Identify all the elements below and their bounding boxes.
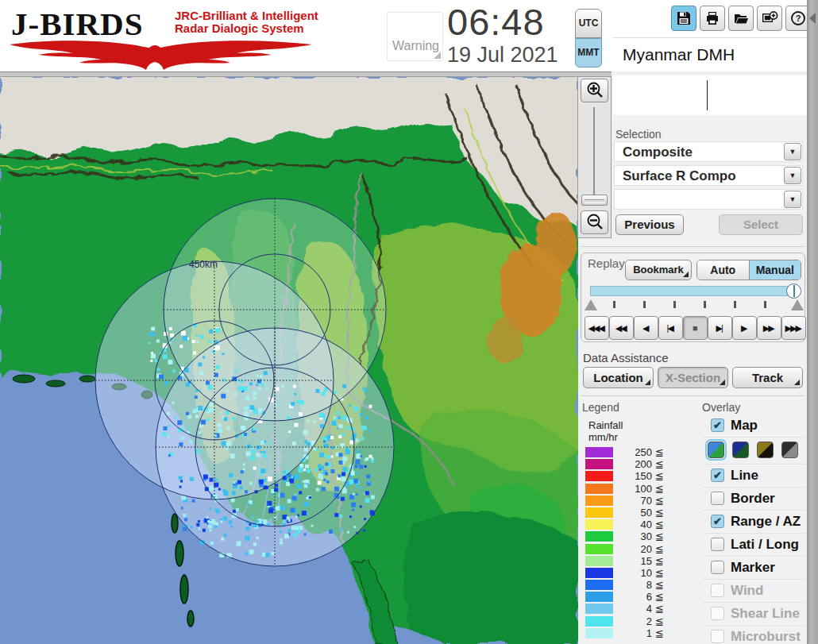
- clock-time: 06:48: [447, 0, 545, 44]
- lati-long-checkbox[interactable]: [711, 538, 724, 551]
- zoom-slider-handle[interactable]: [581, 195, 608, 206]
- time-slider-ticks: [585, 298, 804, 312]
- zoom-in-button[interactable]: [581, 79, 608, 102]
- overlay-item-label: Wind: [731, 583, 763, 599]
- step-back-button[interactable]: |◀: [658, 316, 683, 340]
- select-button[interactable]: Select: [719, 214, 803, 235]
- lte-symbol: ≦: [655, 627, 664, 639]
- overlay-row-border: Border: [702, 488, 805, 511]
- legend-swatch: [585, 568, 613, 578]
- control-panel: Selection Composite ▼ Surface R Compo ▼ …: [578, 71, 807, 644]
- product-dropdown-1-value: Composite: [623, 145, 693, 160]
- legend-label: Legend: [582, 401, 619, 414]
- overlay-row-shear-line: Shear Line: [702, 603, 805, 626]
- legend-value: 4: [615, 603, 652, 615]
- terrain-dark-swatch[interactable]: [732, 442, 749, 458]
- zoom-out-button[interactable]: [581, 210, 608, 234]
- zoom-slider-track[interactable]: [593, 107, 595, 195]
- timezone-utc-button[interactable]: UTC: [575, 9, 602, 38]
- terrain-color-swatch[interactable]: [708, 442, 724, 458]
- save-button[interactable]: [671, 6, 696, 31]
- lte-symbol: ≦: [655, 615, 664, 627]
- legend-scale: 250≦200≦150≦100≦70≦50≦40≦30≦20≦15≦10≦8≦6…: [585, 446, 689, 639]
- slider-tick: [643, 301, 646, 308]
- lte-symbol: ≦: [655, 483, 664, 495]
- legend-value: 30: [615, 530, 652, 542]
- chevron-down-icon[interactable]: ▼: [784, 191, 801, 208]
- warning-button[interactable]: Warning: [387, 12, 443, 61]
- legend-value: 2: [615, 615, 652, 627]
- data-assistance-buttons: LocationX-SectionTrack: [583, 367, 803, 388]
- chevron-down-icon[interactable]: ▼: [784, 167, 801, 184]
- terrain-gray-swatch[interactable]: [781, 442, 798, 458]
- slider-tick: [734, 301, 736, 308]
- selection-label: Selection: [615, 128, 662, 141]
- play-button[interactable]: ▶: [732, 316, 757, 340]
- legend-row: 150≦: [585, 470, 689, 482]
- time-slider[interactable]: [590, 286, 795, 296]
- button-label: X-Section: [666, 371, 720, 384]
- bookmark-button[interactable]: Bookmark: [625, 260, 692, 280]
- location-button[interactable]: Location: [583, 367, 654, 388]
- auto-button[interactable]: Auto: [697, 260, 749, 280]
- station-selector[interactable]: Myanmar DMH: [613, 37, 807, 71]
- panel-edge-bar[interactable]: [807, 0, 818, 644]
- radar-map[interactable]: 450km: [0, 77, 578, 644]
- timezone-mmt-button[interactable]: MMT: [575, 38, 602, 67]
- overlay-item-label: Marker: [731, 560, 775, 576]
- x-section-button[interactable]: X-Section: [658, 367, 728, 388]
- legend-swatch: [585, 616, 613, 627]
- jump-end-button[interactable]: ▶▶▶: [781, 316, 806, 340]
- divider: [581, 395, 804, 396]
- manual-button[interactable]: Manual: [749, 260, 801, 280]
- legend-value: 6: [615, 591, 652, 603]
- menu-fold: [720, 380, 725, 385]
- legend-swatch: [585, 519, 613, 530]
- previous-button[interactable]: Previous: [615, 214, 684, 235]
- add-image-button[interactable]: [757, 6, 782, 31]
- replay-label: Replay: [588, 256, 625, 270]
- marker-checkbox[interactable]: [711, 561, 724, 574]
- collapse-panel-icon[interactable]: [809, 13, 816, 24]
- overlay-list: ✔Map✔LineBorder✔Range / AZLati / LongMar…: [702, 415, 805, 644]
- map-checkbox[interactable]: ✔: [711, 418, 724, 432]
- range-az-checkbox[interactable]: ✔: [711, 515, 724, 528]
- legend-swatch: [585, 496, 613, 506]
- stop-button[interactable]: ■: [683, 316, 708, 340]
- menu-fold: [794, 380, 800, 385]
- product-dropdown-2[interactable]: Surface R Compo ▼: [614, 165, 803, 186]
- overlay-item-label: Line: [731, 468, 758, 484]
- jump-start-button[interactable]: ◀◀◀: [585, 316, 609, 340]
- legend-swatch: [585, 556, 613, 566]
- overlay-row-marker: Marker: [702, 557, 805, 580]
- toolbar: ?: [671, 6, 811, 31]
- terrain-olive-swatch[interactable]: [757, 442, 774, 458]
- open-folder-button[interactable]: [728, 6, 754, 31]
- legend-title: Rainfall mm/hr: [588, 419, 623, 443]
- annotation-box[interactable]: [613, 75, 807, 115]
- border-checkbox[interactable]: [711, 492, 724, 505]
- slider-end-marker[interactable]: [791, 299, 804, 310]
- legend-row: 70≦: [585, 495, 689, 507]
- time-slider-handle[interactable]: [786, 283, 801, 299]
- chevron-down-icon[interactable]: ▼: [784, 143, 801, 160]
- overlay-item-label: Map: [731, 418, 758, 434]
- svg-text:?: ?: [796, 13, 801, 23]
- rewind-button[interactable]: ◀◀: [609, 316, 634, 340]
- product-dropdown-2-value: Surface R Compo: [623, 168, 736, 184]
- step-forward-button[interactable]: ▶|: [708, 316, 732, 340]
- legend-row: 1≦: [585, 627, 689, 639]
- add-image-icon: [761, 10, 778, 26]
- play-reverse-button[interactable]: ◀: [634, 316, 658, 340]
- product-dropdown-1[interactable]: Composite ▼: [614, 141, 803, 162]
- legend-swatch: [585, 459, 613, 469]
- fast-forward-button[interactable]: ▶▶: [757, 316, 781, 340]
- product-dropdown-3[interactable]: ▼: [614, 189, 803, 210]
- line-checkbox[interactable]: ✔: [711, 469, 724, 482]
- legend-row: 2≦: [585, 615, 689, 627]
- print-button[interactable]: [700, 6, 725, 31]
- slider-start-marker[interactable]: [585, 299, 597, 310]
- track-button[interactable]: Track: [732, 367, 803, 388]
- legend-swatch: [585, 447, 613, 457]
- data-assistance-label: Data Assistance: [583, 351, 669, 364]
